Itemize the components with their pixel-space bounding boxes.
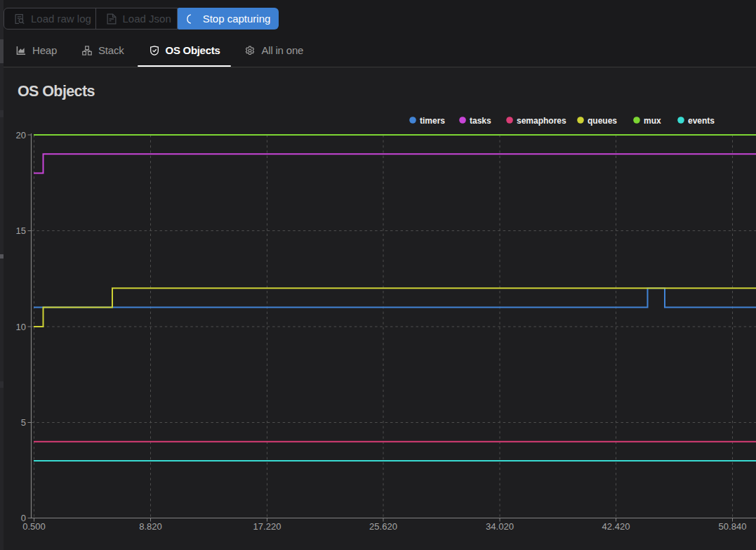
svg-text:tasks: tasks: [470, 116, 491, 126]
svg-text:10: 10: [16, 322, 26, 332]
svg-text:events: events: [688, 116, 715, 126]
svg-text:25.620: 25.620: [369, 521, 397, 532]
svg-text:timers: timers: [420, 116, 445, 126]
svg-text:42.420: 42.420: [602, 521, 630, 532]
svg-text:34.020: 34.020: [486, 521, 514, 532]
svg-text:17.220: 17.220: [253, 521, 281, 532]
svg-text:8.820: 8.820: [139, 521, 162, 532]
svg-text:50.840: 50.840: [719, 521, 747, 532]
svg-text:mux: mux: [644, 116, 661, 126]
svg-text:5: 5: [21, 417, 26, 428]
svg-text:semaphores: semaphores: [517, 116, 566, 126]
svg-text:15: 15: [16, 225, 26, 236]
svg-text:0.500: 0.500: [22, 521, 46, 532]
svg-text:queues: queues: [588, 116, 617, 126]
svg-text:20: 20: [16, 130, 26, 140]
